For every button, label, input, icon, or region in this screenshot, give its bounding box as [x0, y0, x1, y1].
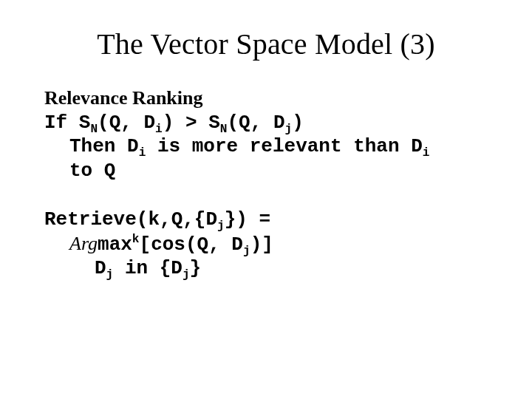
superscript-k: k: [132, 233, 140, 246]
text: max: [98, 233, 132, 256]
subscript-n: N: [90, 123, 98, 136]
subscript-j: j: [217, 219, 225, 233]
subscript-i: i: [139, 146, 146, 160]
text: If S: [44, 112, 90, 134]
subscript-i: i: [155, 123, 163, 136]
text: (Q, D: [227, 112, 284, 134]
relevance-line-3: to Q: [44, 159, 488, 183]
arg-italic: Arg: [69, 233, 98, 254]
paragraph-gap: [44, 183, 488, 208]
subscript-j: j: [284, 123, 292, 136]
text: [cos(Q, D: [140, 233, 243, 256]
text: ) > S: [163, 112, 220, 134]
text: is more relevant than D: [146, 135, 422, 157]
relevance-line-1: If SN(Q, Di) > SN(Q, Dj): [44, 111, 488, 135]
text: }) =: [225, 208, 270, 231]
slide-title: The Vector Space Model (3): [44, 27, 488, 61]
relevance-heading: Relevance Ranking: [44, 86, 488, 111]
slide: The Vector Space Model (3) Relevance Ran…: [0, 0, 532, 399]
subscript-i: i: [423, 146, 430, 160]
text: }: [190, 257, 202, 279]
text: ): [292, 112, 304, 134]
relevance-line-2: Then Di is more relevant than Di: [44, 134, 488, 159]
text: Retrieve(k,Q,{D: [44, 208, 217, 231]
text: D: [95, 257, 106, 279]
text: )]: [250, 233, 273, 256]
retrieve-line-2: Argmaxk[cos(Q, Dj)]: [44, 232, 488, 257]
text: (Q, D: [98, 112, 155, 134]
subscript-j: j: [243, 245, 250, 258]
slide-body: Relevance Ranking If SN(Q, Di) > SN(Q, D…: [44, 86, 488, 281]
subscript-j: j: [106, 268, 114, 282]
text: in {D: [113, 257, 183, 279]
subscript-j: j: [183, 268, 190, 282]
text: Then D: [69, 135, 139, 157]
retrieve-line-1: Retrieve(k,Q,{Dj}) =: [44, 208, 488, 232]
retrieve-line-3: Dj in {Dj}: [44, 256, 488, 281]
